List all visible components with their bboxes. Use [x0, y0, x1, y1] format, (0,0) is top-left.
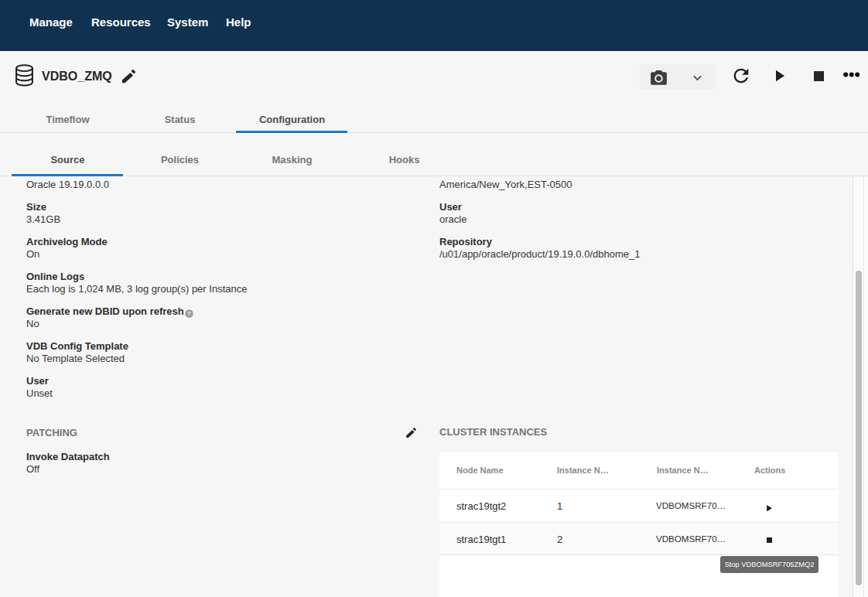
svg-text:?: ? [187, 310, 191, 317]
